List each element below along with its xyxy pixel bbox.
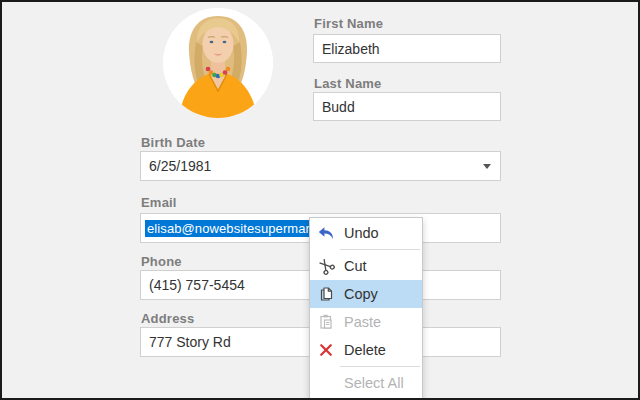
menu-item-paste: Paste: [310, 308, 422, 336]
birth-date-label: Birth Date: [141, 135, 205, 150]
menu-item-cut[interactable]: Cut: [310, 252, 422, 280]
first-name-label: First Name: [314, 16, 383, 31]
email-label: Email: [141, 195, 177, 210]
menu-item-label: Paste: [344, 314, 381, 330]
paste-icon: [317, 314, 335, 331]
last-name-value: Budd: [322, 99, 355, 115]
menu-separator: [340, 249, 420, 250]
chevron-down-icon[interactable]: [483, 164, 491, 169]
menu-item-label: Cut: [344, 258, 367, 274]
menu-item-label: Delete: [344, 342, 386, 358]
menu-item-label: Copy: [344, 286, 378, 302]
email-selected-text: elisab@nowebsitesupermart.co: [145, 220, 333, 237]
first-name-value: Elizabeth: [322, 41, 380, 57]
avatar-illustration: [163, 8, 273, 118]
phone-value: (415) 757-5454: [149, 277, 245, 293]
first-name-input[interactable]: Elizabeth: [313, 34, 501, 63]
blank-icon: [317, 375, 335, 392]
menu-item-label: Select All: [344, 375, 404, 391]
menu-item-label: Undo: [344, 225, 379, 241]
cut-icon: [317, 258, 335, 275]
undo-icon: [317, 225, 335, 242]
last-name-label: Last Name: [314, 76, 382, 91]
avatar: [163, 8, 273, 118]
menu-item-undo[interactable]: Undo: [310, 219, 422, 247]
profile-form-window: First Name Elizabeth Last Name Budd Birt…: [0, 0, 640, 400]
phone-label: Phone: [141, 254, 182, 269]
address-value: 777 Story Rd: [149, 334, 231, 350]
delete-icon: [317, 342, 335, 359]
menu-separator: [340, 366, 420, 367]
menu-item-copy[interactable]: Copy: [310, 280, 422, 308]
context-menu: Undo Cut: [309, 217, 423, 399]
birth-date-value: 6/25/1981: [149, 158, 211, 174]
last-name-input[interactable]: Budd: [313, 92, 501, 121]
menu-item-select-all: Select All: [310, 369, 422, 397]
birth-date-dropdown[interactable]: 6/25/1981: [140, 151, 501, 181]
address-label: Address: [141, 311, 194, 326]
copy-icon: [317, 286, 335, 303]
menu-item-delete[interactable]: Delete: [310, 336, 422, 364]
